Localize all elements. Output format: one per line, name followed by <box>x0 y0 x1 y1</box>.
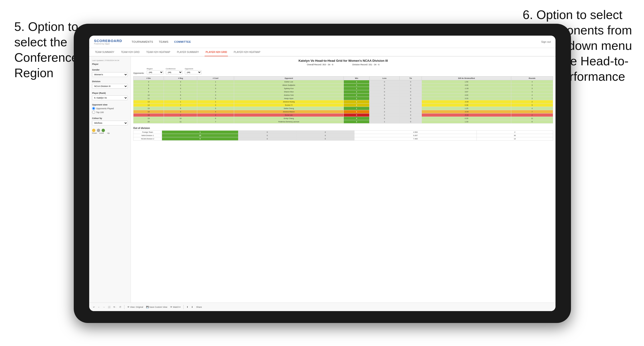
col-conf: # Conf <box>197 76 234 80</box>
col-diff: Diff Av Strokes/Rnd <box>422 76 511 80</box>
cell-conf: 1 <box>197 80 234 84</box>
cell-tie: 0 <box>400 117 422 120</box>
sub-nav-player-summary[interactable]: PLAYER SUMMARY <box>176 48 200 56</box>
sub-nav-player-h2h-grid[interactable]: PLAYER H2H GRID <box>204 48 228 56</box>
cell-rounds: 9 <box>511 104 553 107</box>
toolbar-timer[interactable]: ⏱ <box>119 306 121 308</box>
region-filter-select[interactable]: (All) <box>147 70 164 74</box>
nav-teams[interactable]: TEAMS <box>159 40 168 43</box>
conference-filter-group: Conference (All) <box>166 68 182 74</box>
opponent-filter-select[interactable]: (All) <box>185 70 202 74</box>
sub-nav-team-h2h-grid[interactable]: TEAM H2H GRID <box>120 48 140 56</box>
data-table: # Div # Reg # Conf Opponent Win Loss Tie… <box>133 76 553 124</box>
nav-committee[interactable]: COMMITTEE <box>174 40 191 43</box>
legend-labels: Down Level Up <box>92 132 128 134</box>
cell-tie: 0 <box>400 107 422 110</box>
cell-diff: 4.00 <box>422 94 511 97</box>
region-filter-label: Region <box>147 68 164 70</box>
cell-conf: 4 <box>197 90 234 94</box>
table-row: NCAA Division 2 5 0 0 7.400 10 <box>134 137 553 141</box>
tablet: SCOREBOARD Powered by clippd TOURNAMENTS… <box>74 24 571 323</box>
cell-rounds: 7 <box>511 110 553 114</box>
cell-reg: 2 <box>164 84 197 87</box>
cell-name: Foreign Team <box>134 131 162 134</box>
cell-opponent: Stella Cheng <box>234 107 344 110</box>
toolbar-refresh[interactable]: ⟲ · <box>113 306 116 308</box>
cell-tie: 0 <box>400 84 422 87</box>
cell-loss: 0 <box>370 94 400 97</box>
label-down: Down <box>92 132 97 134</box>
colour-by-select[interactable]: Win/loss <box>92 121 128 125</box>
cell-loss: 0 <box>238 131 296 134</box>
toolbar-save-custom-view[interactable]: 💾 Save Custom View <box>146 306 167 308</box>
toolbar-watch[interactable]: 👁 Watch ▾ <box>170 306 180 308</box>
cell-win: 1 <box>344 100 370 104</box>
cell-loss: 1 <box>370 100 400 104</box>
bottom-toolbar: ↩ ← → ⬜ ⟲ · ⏱ 👁 View: Original 💾 Save Cu… <box>89 303 556 311</box>
cell-diff: 3.33 <box>422 97 511 100</box>
toolbar-undo[interactable]: ↩ <box>93 306 95 308</box>
cell-reg: 11 <box>164 120 197 124</box>
toolbar-back[interactable]: ← <box>98 306 100 308</box>
cell-conf: 5 <box>197 107 234 110</box>
toolbar-down[interactable]: ⬇ <box>191 306 193 308</box>
toolbar-share[interactable]: Share <box>196 306 202 308</box>
cell-tie: 0 <box>296 137 354 141</box>
toolbar-forward[interactable]: → <box>103 306 105 308</box>
toolbar-up[interactable]: ⬆ <box>186 306 188 308</box>
cell-opponent: Federica Domecq Lacroze <box>234 120 344 124</box>
cell-tie: 0 <box>400 114 422 117</box>
cell-reg: 1 <box>164 90 197 94</box>
cell-div: 14 <box>134 104 164 107</box>
nav-tournaments[interactable]: TOURNAMENTS <box>132 40 153 43</box>
cell-win: 15 <box>162 134 238 137</box>
cell-rounds: 4 <box>511 107 553 110</box>
sub-nav-team-summary[interactable]: TEAM SUMMARY <box>94 48 116 56</box>
cell-diff: 4.00 <box>422 84 511 87</box>
cell-conf: 2 <box>197 84 234 87</box>
overall-record: Overall Record: 353 - 34 - 6 <box>307 63 333 66</box>
cell-loss: 0 <box>370 97 400 100</box>
toolbar-grid[interactable]: ⬜ <box>108 306 110 308</box>
sub-nav-team-h2h-heatmap[interactable]: TEAM H2H HEATMAP <box>145 48 171 56</box>
player-rank-select[interactable]: 8. Katelyn Vo <box>92 95 128 100</box>
cell-rounds: 3 <box>511 90 553 94</box>
col-reg: # Reg <box>164 76 197 80</box>
cell-reg: 6 <box>164 94 197 97</box>
conference-filter-select[interactable]: (All) <box>166 70 182 74</box>
sub-nav-player-h2h-heatmap[interactable]: PLAYER H2H HEATMAP <box>233 48 261 56</box>
sign-out-link[interactable]: Sign out <box>541 40 551 43</box>
radio-top100[interactable]: Top 100 <box>92 111 128 114</box>
cell-loss: 0 <box>370 80 400 84</box>
cell-rounds: 4 <box>511 80 553 84</box>
division-record: Division Record: 331 - 34 - 6 <box>352 63 380 66</box>
sidebar-gender-section: Gender Women's <box>92 69 128 77</box>
radio-opponents-played[interactable]: Opponents Played <box>92 107 128 110</box>
division-select[interactable]: NCAA Division III <box>92 84 128 89</box>
cell-div: 10 <box>134 94 164 97</box>
sidebar: Last Updated: 27/03/2024 04:34 Player Ge… <box>89 56 131 303</box>
cell-loss: 1 <box>370 120 400 124</box>
cell-opponent: Jessica Mason <box>234 110 344 114</box>
cell-conf: 1 <box>197 100 234 104</box>
cell-reg: 8 <box>164 107 197 110</box>
cell-rounds: 2 <box>476 131 553 134</box>
cell-rounds: 4 <box>511 94 553 97</box>
cell-opponent: Esther Lee <box>234 80 344 84</box>
cell-opponent: Andrea York <box>234 94 344 97</box>
sidebar-division-label: Division <box>92 80 128 83</box>
cell-diff: 1.50 <box>422 80 511 84</box>
filter-row: Opponents: Region (All) Conference (All) <box>133 68 553 74</box>
toolbar-view-original[interactable]: 👁 View: Original <box>127 306 143 308</box>
cell-diff: -5.00 <box>422 114 511 117</box>
cell-rounds: 2 <box>511 114 553 117</box>
cell-rounds: 3 <box>511 84 553 87</box>
cell-loss: 0 <box>370 117 400 120</box>
dot-up <box>102 129 105 132</box>
table-row: 9 1 4 Sharon Mun 1 0 0 3.67 3 <box>134 90 553 94</box>
gender-select[interactable]: Women's <box>92 72 128 77</box>
cell-conf: 6 <box>197 117 234 120</box>
cell-div: 11 <box>134 97 164 100</box>
table-row: Foreign Team 1 0 0 4.500 2 <box>134 131 553 134</box>
sub-nav: TEAM SUMMARY TEAM H2H GRID TEAM H2H HEAT… <box>89 48 556 56</box>
